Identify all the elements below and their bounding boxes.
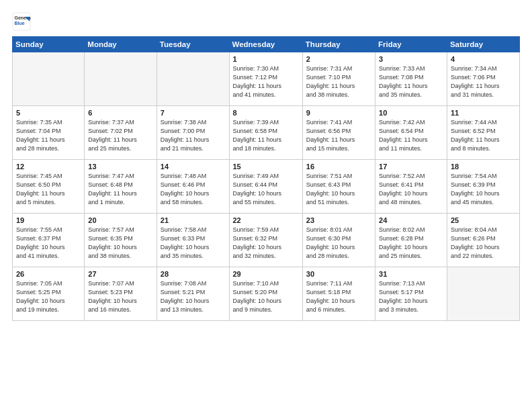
day-number: 23 xyxy=(306,216,371,224)
calendar-cell: 20Sunrise: 7:57 AM Sunset: 6:35 PM Dayli… xyxy=(85,214,157,267)
day-number: 7 xyxy=(161,109,226,117)
calendar-cell: 22Sunrise: 7:59 AM Sunset: 6:32 PM Dayli… xyxy=(229,214,302,267)
day-number: 10 xyxy=(379,109,443,117)
weekday-header-tuesday: Tuesday xyxy=(157,37,229,52)
day-number: 15 xyxy=(233,163,299,171)
weekday-header-sunday: Sunday xyxy=(13,37,85,52)
day-info: Sunrise: 8:04 AM Sunset: 6:26 PM Dayligh… xyxy=(451,226,516,261)
calendar-cell xyxy=(447,267,519,321)
calendar-cell: 29Sunrise: 7:10 AM Sunset: 5:20 PM Dayli… xyxy=(229,267,302,321)
calendar-cell: 2Sunrise: 7:31 AM Sunset: 7:10 PM Daylig… xyxy=(302,52,375,106)
day-info: Sunrise: 7:47 AM Sunset: 6:48 PM Dayligh… xyxy=(88,172,152,207)
day-info: Sunrise: 7:45 AM Sunset: 6:50 PM Dayligh… xyxy=(16,172,81,207)
day-number: 3 xyxy=(379,55,443,63)
calendar-cell: 10Sunrise: 7:42 AM Sunset: 6:54 PM Dayli… xyxy=(375,106,447,160)
day-info: Sunrise: 7:54 AM Sunset: 6:39 PM Dayligh… xyxy=(451,172,516,207)
day-number: 22 xyxy=(233,216,299,224)
day-number: 28 xyxy=(161,270,226,278)
day-info: Sunrise: 7:41 AM Sunset: 6:56 PM Dayligh… xyxy=(306,118,371,153)
day-number: 18 xyxy=(451,163,516,171)
calendar-cell: 11Sunrise: 7:44 AM Sunset: 6:52 PM Dayli… xyxy=(447,106,519,160)
calendar-cell: 31Sunrise: 7:13 AM Sunset: 5:17 PM Dayli… xyxy=(375,267,447,321)
day-number: 31 xyxy=(379,270,443,278)
day-number: 1 xyxy=(233,55,299,63)
calendar-cell: 8Sunrise: 7:39 AM Sunset: 6:58 PM Daylig… xyxy=(229,106,302,160)
week-row-1: 1Sunrise: 7:30 AM Sunset: 7:12 PM Daylig… xyxy=(13,52,520,106)
calendar-cell: 14Sunrise: 7:48 AM Sunset: 6:46 PM Dayli… xyxy=(157,160,229,214)
day-info: Sunrise: 7:34 AM Sunset: 7:06 PM Dayligh… xyxy=(451,64,516,99)
day-number: 9 xyxy=(306,109,371,117)
day-info: Sunrise: 7:35 AM Sunset: 7:04 PM Dayligh… xyxy=(16,118,81,153)
week-row-4: 19Sunrise: 7:55 AM Sunset: 6:37 PM Dayli… xyxy=(13,214,520,267)
calendar-cell: 7Sunrise: 7:38 AM Sunset: 7:00 PM Daylig… xyxy=(157,106,229,160)
day-info: Sunrise: 7:49 AM Sunset: 6:44 PM Dayligh… xyxy=(233,172,299,207)
calendar-cell xyxy=(157,52,229,106)
day-info: Sunrise: 7:38 AM Sunset: 7:00 PM Dayligh… xyxy=(161,118,226,153)
day-number: 20 xyxy=(88,216,152,224)
calendar-cell: 30Sunrise: 7:11 AM Sunset: 5:18 PM Dayli… xyxy=(302,267,375,321)
weekday-header-wednesday: Wednesday xyxy=(229,37,302,52)
day-number: 19 xyxy=(16,216,81,224)
calendar-cell: 6Sunrise: 7:37 AM Sunset: 7:02 PM Daylig… xyxy=(85,106,157,160)
calendar-cell: 25Sunrise: 8:04 AM Sunset: 6:26 PM Dayli… xyxy=(447,214,519,267)
week-row-5: 26Sunrise: 7:05 AM Sunset: 5:25 PM Dayli… xyxy=(13,267,520,321)
weekday-header-monday: Monday xyxy=(85,37,157,52)
day-number: 13 xyxy=(88,163,152,171)
day-info: Sunrise: 7:51 AM Sunset: 6:43 PM Dayligh… xyxy=(306,172,371,207)
day-info: Sunrise: 7:59 AM Sunset: 6:32 PM Dayligh… xyxy=(233,226,299,261)
calendar-cell: 12Sunrise: 7:45 AM Sunset: 6:50 PM Dayli… xyxy=(13,160,85,214)
day-info: Sunrise: 7:58 AM Sunset: 6:33 PM Dayligh… xyxy=(161,226,226,261)
day-number: 4 xyxy=(451,55,516,63)
calendar-header-row: SundayMondayTuesdayWednesdayThursdayFrid… xyxy=(13,37,520,52)
day-info: Sunrise: 7:39 AM Sunset: 6:58 PM Dayligh… xyxy=(233,118,299,153)
day-info: Sunrise: 8:02 AM Sunset: 6:28 PM Dayligh… xyxy=(379,226,443,261)
weekday-header-friday: Friday xyxy=(375,37,447,52)
day-info: Sunrise: 7:57 AM Sunset: 6:35 PM Dayligh… xyxy=(88,226,152,261)
logo-icon: General Blue xyxy=(12,12,31,31)
day-number: 6 xyxy=(88,109,152,117)
page-header: General Blue xyxy=(12,12,520,31)
calendar-cell: 24Sunrise: 8:02 AM Sunset: 6:28 PM Dayli… xyxy=(375,214,447,267)
day-number: 27 xyxy=(88,270,152,278)
day-info: Sunrise: 7:30 AM Sunset: 7:12 PM Dayligh… xyxy=(233,64,299,99)
day-number: 25 xyxy=(451,216,516,224)
day-number: 24 xyxy=(379,216,443,224)
calendar-cell: 19Sunrise: 7:55 AM Sunset: 6:37 PM Dayli… xyxy=(13,214,85,267)
calendar-cell: 27Sunrise: 7:07 AM Sunset: 5:23 PM Dayli… xyxy=(85,267,157,321)
calendar-cell: 16Sunrise: 7:51 AM Sunset: 6:43 PM Dayli… xyxy=(302,160,375,214)
day-number: 17 xyxy=(379,163,443,171)
weekday-header-thursday: Thursday xyxy=(302,37,375,52)
calendar-cell: 18Sunrise: 7:54 AM Sunset: 6:39 PM Dayli… xyxy=(447,160,519,214)
day-number: 12 xyxy=(16,163,81,171)
calendar-cell: 23Sunrise: 8:01 AM Sunset: 6:30 PM Dayli… xyxy=(302,214,375,267)
day-number: 5 xyxy=(16,109,81,117)
day-info: Sunrise: 7:42 AM Sunset: 6:54 PM Dayligh… xyxy=(379,118,443,153)
calendar-cell: 3Sunrise: 7:33 AM Sunset: 7:08 PM Daylig… xyxy=(375,52,447,106)
calendar-cell: 13Sunrise: 7:47 AM Sunset: 6:48 PM Dayli… xyxy=(85,160,157,214)
svg-text:Blue: Blue xyxy=(15,21,25,26)
day-number: 2 xyxy=(306,55,371,63)
week-row-3: 12Sunrise: 7:45 AM Sunset: 6:50 PM Dayli… xyxy=(13,160,520,214)
calendar-cell: 9Sunrise: 7:41 AM Sunset: 6:56 PM Daylig… xyxy=(302,106,375,160)
calendar-cell: 21Sunrise: 7:58 AM Sunset: 6:33 PM Dayli… xyxy=(157,214,229,267)
day-number: 26 xyxy=(16,270,81,278)
day-number: 16 xyxy=(306,163,371,171)
calendar-cell: 15Sunrise: 7:49 AM Sunset: 6:44 PM Dayli… xyxy=(229,160,302,214)
day-number: 21 xyxy=(161,216,226,224)
day-info: Sunrise: 8:01 AM Sunset: 6:30 PM Dayligh… xyxy=(306,226,371,261)
calendar-cell: 17Sunrise: 7:52 AM Sunset: 6:41 PM Dayli… xyxy=(375,160,447,214)
day-info: Sunrise: 7:52 AM Sunset: 6:41 PM Dayligh… xyxy=(379,172,443,207)
day-info: Sunrise: 7:05 AM Sunset: 5:25 PM Dayligh… xyxy=(16,279,81,314)
day-info: Sunrise: 7:44 AM Sunset: 6:52 PM Dayligh… xyxy=(451,118,516,153)
day-number: 30 xyxy=(306,270,371,278)
calendar-cell xyxy=(13,52,85,106)
calendar-cell: 5Sunrise: 7:35 AM Sunset: 7:04 PM Daylig… xyxy=(13,106,85,160)
calendar-cell: 26Sunrise: 7:05 AM Sunset: 5:25 PM Dayli… xyxy=(13,267,85,321)
weekday-header-saturday: Saturday xyxy=(447,37,519,52)
day-info: Sunrise: 7:31 AM Sunset: 7:10 PM Dayligh… xyxy=(306,64,371,99)
day-info: Sunrise: 7:11 AM Sunset: 5:18 PM Dayligh… xyxy=(306,279,371,314)
day-info: Sunrise: 7:55 AM Sunset: 6:37 PM Dayligh… xyxy=(16,226,81,261)
day-number: 29 xyxy=(233,270,299,278)
day-info: Sunrise: 7:37 AM Sunset: 7:02 PM Dayligh… xyxy=(88,118,152,153)
day-number: 14 xyxy=(161,163,226,171)
